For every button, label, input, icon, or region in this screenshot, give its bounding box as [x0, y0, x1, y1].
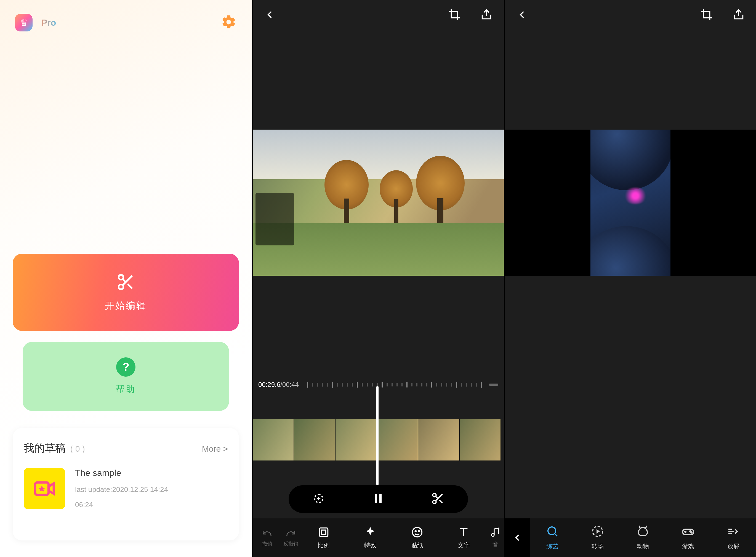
clip-thumb[interactable] [253, 419, 294, 461]
svg-point-10 [413, 527, 422, 537]
draft-duration: 06:24 [75, 500, 168, 509]
drafts-more-button[interactable]: More > [202, 444, 228, 453]
editor-toolbar: 撤销 反撤销 比例 特效 贴纸 文字 音 [253, 519, 504, 557]
start-edit-button[interactable]: 开始编辑 [13, 254, 239, 331]
clip-thumb[interactable] [294, 419, 336, 461]
crop-icon[interactable] [448, 8, 461, 22]
category-animal[interactable]: 动物 [620, 525, 666, 551]
export-icon[interactable] [732, 8, 745, 22]
sfx-topbar [505, 0, 756, 30]
tool-ratio[interactable]: 比例 [300, 526, 347, 550]
transition-icon [591, 525, 604, 539]
undo-button[interactable]: 撤销 [258, 528, 277, 547]
chaos-icon [727, 525, 740, 539]
redo-button[interactable]: 反撤销 [281, 528, 300, 547]
draft-update: last update:2020.12.25 14:24 [75, 485, 168, 494]
svg-point-12 [418, 530, 419, 532]
export-icon[interactable] [480, 8, 493, 22]
svg-point-0 [119, 275, 123, 280]
draft-thumbnail [24, 468, 65, 509]
help-label: 帮助 [116, 383, 136, 395]
timeline-time: 00:29.6/00:44 [258, 381, 299, 388]
game-icon [681, 525, 695, 539]
tool-effects[interactable]: 特效 [347, 526, 394, 550]
start-edit-label: 开始编辑 [105, 299, 147, 312]
svg-point-6 [433, 493, 437, 497]
svg-rect-5 [380, 494, 382, 503]
playhead[interactable] [376, 386, 379, 485]
svg-rect-4 [375, 494, 377, 503]
help-button[interactable]: ? 帮助 [23, 342, 229, 411]
crop-icon[interactable] [700, 8, 713, 22]
svg-point-40 [548, 527, 556, 535]
video-preview[interactable] [505, 129, 756, 276]
clip-thumb[interactable] [336, 419, 377, 461]
category-back-button[interactable] [505, 519, 530, 557]
back-icon[interactable] [516, 8, 528, 22]
split-icon[interactable] [431, 492, 445, 506]
crown-icon: ♕ [20, 18, 28, 28]
clip-thumb[interactable] [377, 419, 418, 461]
tool-sticker[interactable]: 贴纸 [394, 526, 441, 550]
clip-thumb[interactable] [460, 419, 501, 461]
svg-rect-9 [321, 530, 326, 534]
back-icon[interactable] [264, 8, 276, 22]
category-variety[interactable]: 综艺 [530, 525, 575, 551]
drafts-count: ( 0 ) [70, 444, 85, 453]
video-preview[interactable] [253, 129, 504, 276]
animal-icon [636, 525, 649, 539]
editor-screen: 00:29.6/00:44 撤销 反撤销 比例 特效 贴纸 文字 音 [252, 0, 504, 557]
sfx-grid-wrap: 00.88+A-oh00.60+Bleep01.77+Error04.23+Sl… [513, 386, 748, 519]
pro-badge[interactable]: Pro [36, 16, 61, 30]
variety-icon [546, 525, 559, 539]
pause-icon[interactable] [372, 492, 385, 506]
app-logo: ♕ [15, 14, 33, 31]
question-icon: ? [116, 357, 136, 377]
sfx-screen: 00.88+A-oh00.60+Bleep01.77+Error04.23+Sl… [504, 0, 756, 557]
drafts-title: 我的草稿 [24, 442, 66, 454]
svg-point-7 [433, 500, 437, 504]
zoom-indicator[interactable] [489, 384, 498, 386]
add-clip-icon[interactable] [312, 492, 326, 506]
svg-point-1 [119, 285, 123, 290]
category-transition[interactable]: 转场 [575, 525, 620, 551]
svg-point-44 [691, 532, 692, 533]
svg-point-13 [492, 533, 494, 536]
svg-rect-8 [319, 528, 328, 536]
category-game[interactable]: 游戏 [666, 525, 711, 551]
drafts-card: 我的草稿 ( 0 ) More > The sample last update… [13, 428, 239, 540]
svg-point-11 [415, 530, 416, 532]
settings-icon[interactable] [221, 14, 237, 31]
sfx-categories: 综艺转场动物游戏放屁 [505, 519, 756, 557]
clip-thumb[interactable] [418, 419, 460, 461]
draft-name: The sample [75, 468, 168, 478]
tool-text[interactable]: 文字 [441, 526, 487, 550]
home-screen: ♕ Pro 开始编辑 ? 帮助 我的草稿 ( 0 ) More > [0, 0, 252, 557]
draft-item[interactable]: The sample last update:2020.12.25 14:24 … [24, 468, 228, 509]
category-chaos[interactable]: 放屁 [711, 525, 756, 551]
home-header: ♕ Pro [0, 0, 252, 31]
scissors-icon [116, 272, 136, 293]
tool-audio[interactable]: 音 [487, 527, 504, 549]
editor-topbar [253, 0, 504, 30]
transport-bar [289, 485, 468, 513]
